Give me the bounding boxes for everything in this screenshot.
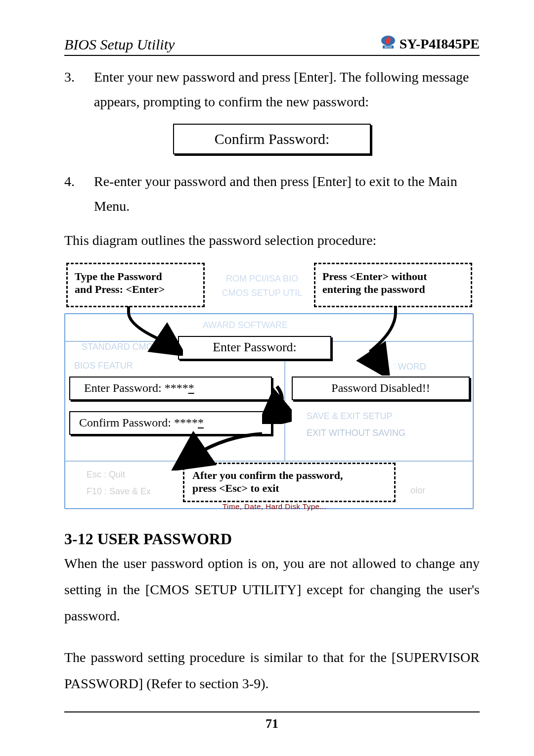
enter-password-masked-box: Enter Password: *****	[69, 377, 272, 400]
f10-save: F10 : Save & Ex	[87, 486, 151, 497]
header-left: BIOS Setup Utility	[64, 36, 175, 53]
page-header: BIOS Setup Utility SOYO SY-P4I845PE	[64, 35, 480, 56]
brand-sub-text: SOYO	[384, 46, 392, 48]
rom-line1: ROM PCI/ISA BIO	[210, 272, 314, 286]
step-4-text: Re-enter your password and then press [E…	[94, 169, 480, 219]
step-3-number: 3.	[64, 65, 94, 115]
press-enter-without-box: Press <Enter> withoutentering the passwo…	[314, 263, 472, 307]
page-footer: 71	[64, 711, 480, 731]
type-password-box: Type the Passwordand Press: <Enter>	[66, 263, 205, 307]
brand-icon: SOYO	[380, 35, 397, 53]
press-enter-without-text: Press <Enter> withoutentering the passwo…	[322, 270, 464, 296]
time-date-text: Time, Date, Hard Disk Type...	[222, 502, 326, 511]
award-line: AWARD SOFTWARE	[203, 320, 288, 331]
rom-caption: ROM PCI/ISA BIO CMOS SETUP UTIL	[210, 272, 314, 300]
bios-divider-bottom	[65, 461, 473, 462]
password-procedure-diagram: ROM PCI/ISA BIO CMOS SETUP UTIL AWARD SO…	[64, 263, 475, 510]
arrow-confirm-to-esc	[168, 431, 267, 471]
password-disabled-box: Password Disabled!!	[292, 377, 470, 400]
exit-without-label: EXIT WITHOUT SAVING	[307, 428, 405, 438]
enter-password-title-box: Enter Password:	[178, 336, 331, 360]
section-heading: 3-12 USER PASSWORD	[64, 530, 480, 548]
bios-features: BIOS FEATUR	[74, 361, 133, 371]
step-4: 4. Re-enter your password and then press…	[64, 169, 480, 219]
arrow-press-to-disabled	[346, 306, 410, 376]
step-3: 3. Enter your new password and press [En…	[64, 65, 480, 115]
diagram-intro: This diagram outlines the password selec…	[64, 228, 480, 253]
type-password-text: Type the Passwordand Press: <Enter>	[75, 270, 196, 296]
page-number: 71	[266, 716, 278, 731]
section-para-1: When the user password option is on, you…	[64, 550, 480, 629]
confirm-password-box: Confirm Password:	[173, 124, 371, 154]
step-4-number: 4.	[64, 169, 94, 219]
esc-quit: Esc : Quit	[87, 470, 125, 480]
arrow-type-to-enter	[119, 306, 183, 356]
rom-line2: CMOS SETUP UTIL	[210, 286, 314, 300]
olor-text: olor	[410, 485, 425, 496]
product-code: SY-P4I845PE	[400, 36, 480, 52]
section-para-2: The password setting procedure is simila…	[64, 644, 480, 697]
step-3-text: Enter your new password and press [Enter…	[94, 65, 480, 115]
arrow-enter-to-confirm	[262, 384, 292, 424]
after-confirm-text: After you confirm the password,press <Es…	[192, 469, 386, 495]
save-exit-label: SAVE & EXIT SETUP	[307, 411, 392, 422]
header-right: SOYO SY-P4I845PE	[380, 35, 480, 53]
